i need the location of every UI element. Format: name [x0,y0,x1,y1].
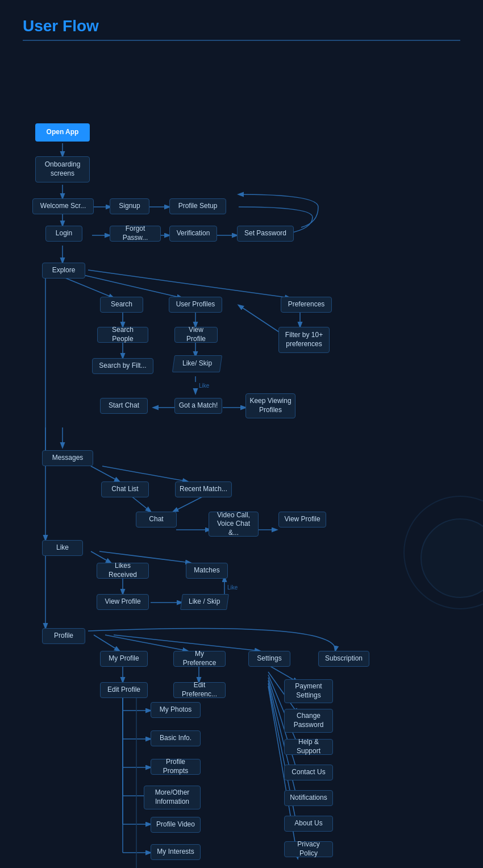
welcome-node: Welcome Scr... [32,198,94,214]
like-skip1-node: Like/ Skip [172,355,222,372]
filter-node: Filter by 10+ preferences [278,327,330,353]
like-skip2-node: Like / Skip [180,594,229,610]
set-password-node: Set Password [237,226,294,242]
profile-node: Profile [42,628,85,644]
payment-settings-node: Payment Settings [284,679,333,703]
my-preference-node: My Preference [173,651,226,667]
change-password-node: Change Password [284,709,333,733]
svg-line-40 [105,635,188,651]
svg-line-25 [91,466,119,481]
privacy-policy-node: Privacy Policy [284,841,333,857]
messages-node: Messages [42,450,93,466]
edit-profile-node: Edit Profile [100,682,148,698]
svg-line-49 [268,683,298,830]
profile-video-node: Profile Video [151,817,201,833]
forgot-pass-node: Forgot Passw... [110,226,161,242]
verification-node: Verification [169,226,217,242]
page-title: User Flow [0,0,483,40]
about-us-node: About Us [284,816,333,832]
search-people-node: Search People [97,327,148,343]
help-support-node: Help & Support [284,739,333,755]
start-chat-node: Start Chat [100,398,148,414]
signup-node: Signup [110,198,149,214]
onboarding-node: Onboarding screens [35,156,90,182]
like-node: Like [42,540,83,556]
my-photos-node: My Photos [151,702,201,718]
profile-setup-node: Profile Setup [169,198,226,214]
search-by-filt-node: Search by Filt... [92,358,153,374]
svg-text:Like: Like [227,584,238,591]
my-profile-node: My Profile [100,651,148,667]
view-profile3-node: View Profile [97,594,149,610]
subscription-node: Subscription [318,651,369,667]
svg-line-9 [63,277,114,298]
chat-list-node: Chat List [101,481,149,497]
contact-us-node: Contact Us [284,765,333,780]
svg-line-10 [74,273,182,298]
matches-node: Matches [186,563,228,579]
svg-line-32 [91,551,111,563]
login-node: Login [45,226,82,242]
svg-line-41 [114,635,260,651]
title-divider [23,40,460,41]
edit-preference-node: Edit Preferenc... [173,682,226,698]
chat-node: Chat [136,512,177,528]
basic-info-node: Basic Info. [151,730,201,746]
svg-line-26 [102,466,188,481]
view-profile2-node: View Profile [278,512,326,528]
search-node: Search [100,297,143,313]
svg-line-39 [94,635,119,651]
open-app-node: Open App [35,123,90,142]
video-call-node: Video Call, Voice Chat &... [209,512,259,537]
keep-viewing-node: Keep Viewing Profiles [245,393,295,418]
svg-line-27 [131,496,151,512]
user-profiles-node: User Profiles [169,297,222,313]
settings-node: Settings [248,651,290,667]
svg-line-28 [173,496,205,512]
recent-match-node: Recent Match... [175,481,232,497]
preferences-node: Preferences [281,297,332,313]
svg-line-33 [99,551,190,563]
likes-received-node: Likes Received [97,563,149,579]
view-profile1-node: View Profile [174,327,218,343]
notifications-node: Notifications [284,790,333,806]
profile-prompts-node: Profile Prompts [151,759,201,775]
svg-line-11 [88,270,290,298]
my-interests-node: My Interests [151,844,201,860]
got-match-node: Got a Match! [174,398,222,414]
explore-node: Explore [42,263,85,279]
svg-text:Like: Like [199,383,210,389]
more-info-node: More/Other Information [144,786,201,809]
